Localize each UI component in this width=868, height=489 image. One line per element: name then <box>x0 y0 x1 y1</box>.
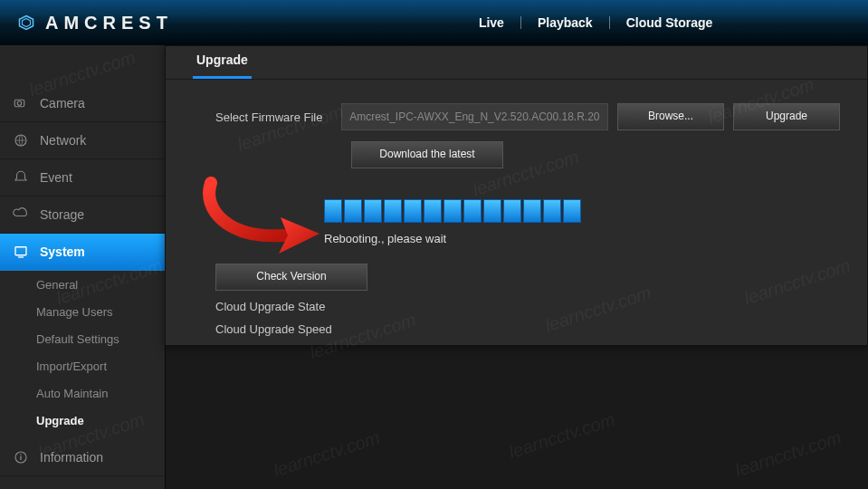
progress-segment <box>503 199 521 223</box>
sidebar-item-storage[interactable]: Storage <box>0 197 165 234</box>
progress-segment <box>444 199 462 223</box>
top-bar: AMCREST Live Playback Cloud Storage <box>0 0 868 45</box>
nav-cloud-storage[interactable]: Cloud Storage <box>610 15 730 30</box>
svg-point-3 <box>17 101 22 106</box>
sidebar-item-network[interactable]: Network <box>0 122 165 159</box>
cloud-upgrade-speed-label: Cloud Upgrade Speed <box>215 322 840 336</box>
information-icon <box>13 449 29 465</box>
progress-segment <box>384 199 402 223</box>
sidebar-label: Camera <box>40 96 85 110</box>
sidebar-sub-auto-maintain[interactable]: Auto Maintain <box>0 379 165 407</box>
progress-bar <box>324 199 840 223</box>
watermark: learncctv.com <box>271 427 382 482</box>
svg-point-9 <box>20 454 22 455</box>
progress-segment <box>424 199 442 223</box>
nav-playback[interactable]: Playback <box>521 15 609 30</box>
progress-segment <box>404 199 422 223</box>
sidebar-sub-upgrade[interactable]: Upgrade <box>0 407 165 434</box>
sidebar: Camera Network Event Storage System Gene… <box>0 45 166 489</box>
system-icon <box>13 244 29 260</box>
logo-icon <box>18 14 34 31</box>
main-panel: Upgrade Select Firmware File Amcrest_IPC… <box>165 45 868 346</box>
sidebar-item-camera[interactable]: Camera <box>0 85 165 122</box>
svg-marker-1 <box>23 19 31 27</box>
upgrade-button[interactable]: Upgrade <box>733 103 840 130</box>
sidebar-label: System <box>40 244 85 259</box>
brand-text: AMCREST <box>45 13 173 34</box>
sidebar-item-event[interactable]: Event <box>0 159 165 197</box>
sidebar-sub-manage-users[interactable]: Manage Users <box>0 298 165 325</box>
select-firmware-label: Select Firmware File <box>215 110 332 124</box>
sidebar-label: Network <box>40 133 86 148</box>
firmware-file-input[interactable]: Amcrest_IPC-AWXX_Eng_N_V2.520.AC00.18.R.… <box>341 103 608 130</box>
nav-live[interactable]: Live <box>463 15 520 30</box>
sidebar-sub-default-settings[interactable]: Default Settings <box>0 325 165 352</box>
sidebar-label: Event <box>40 170 72 185</box>
sidebar-sub-import-export[interactable]: Import/Export <box>0 352 165 379</box>
cloud-upgrade-state-label: Cloud Upgrade State <box>215 300 840 313</box>
sidebar-label: Information <box>40 450 103 465</box>
progress-segment <box>463 199 482 223</box>
browse-button[interactable]: Browse... <box>617 103 724 130</box>
download-latest-button[interactable]: Download the latest <box>351 141 503 168</box>
sidebar-sub-general[interactable]: General <box>0 271 165 298</box>
progress-segment <box>543 199 561 223</box>
content: Select Firmware File Amcrest_IPC-AWXX_En… <box>166 80 867 354</box>
tab-upgrade[interactable]: Upgrade <box>193 43 252 79</box>
watermark: learncctv.com <box>506 409 617 464</box>
camera-icon <box>13 95 29 111</box>
progress-segment <box>324 199 342 223</box>
top-nav: Live Playback Cloud Storage <box>463 0 729 45</box>
sidebar-item-information[interactable]: Information <box>0 439 165 476</box>
tab-strip: Upgrade <box>166 46 867 80</box>
network-icon <box>13 132 29 149</box>
svg-rect-5 <box>15 247 26 255</box>
progress-segment <box>344 199 362 223</box>
progress-segment <box>523 199 541 223</box>
watermark: learncctv.com <box>732 427 844 482</box>
storage-icon <box>13 206 29 223</box>
brand-logo: AMCREST <box>18 13 173 34</box>
sidebar-label: Storage <box>40 207 84 222</box>
event-icon <box>13 169 29 186</box>
progress-segment <box>364 199 382 223</box>
status-text: Rebooting., please wait <box>324 232 840 245</box>
progress-segment <box>483 199 501 223</box>
check-version-button[interactable]: Check Version <box>215 264 367 291</box>
sidebar-item-system[interactable]: System <box>0 234 165 271</box>
svg-marker-0 <box>20 16 33 30</box>
progress-segment <box>563 199 581 223</box>
